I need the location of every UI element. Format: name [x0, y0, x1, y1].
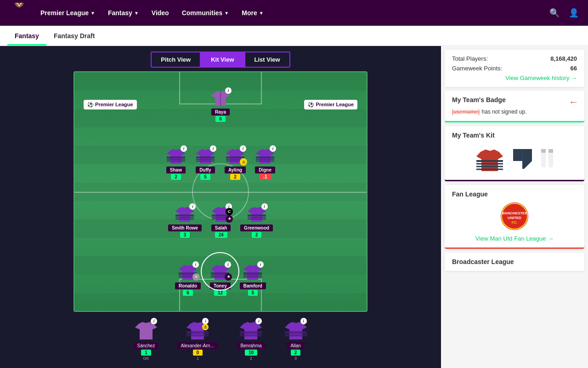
tab-fantasy[interactable]: Fantasy	[7, 28, 46, 46]
player-bamford[interactable]: i Bamford 5	[240, 261, 266, 296]
toney-info[interactable]: i	[225, 261, 231, 268]
duffy-shirt: i	[195, 145, 215, 166]
nav-video[interactable]: Video	[146, 6, 175, 20]
smith-rowe-name: Smith Rowe	[168, 224, 202, 231]
ayling-warning: ⚠	[240, 158, 247, 166]
badge-normal-text: has not signed up.	[481, 109, 526, 115]
kit-card-title: My Team's Kit	[452, 132, 577, 139]
svg-text:F.C.: F.C.	[511, 221, 517, 224]
kit-card: My Team's Kit	[445, 126, 584, 181]
benrahma-name: Benrahma	[237, 342, 265, 349]
digne-score: -1	[260, 174, 271, 180]
nav-pl-arrow: ▼	[90, 11, 95, 16]
salah-score: 24	[215, 232, 227, 238]
ronaldo-vice-badge: V	[192, 273, 200, 281]
raya-name: Raya	[211, 109, 230, 115]
nav-fantasy-arrow: ▼	[134, 11, 139, 16]
pitch-view-btn[interactable]: Pitch View	[151, 52, 201, 68]
greenwood-info[interactable]: i	[261, 203, 268, 210]
sanchez-shirt: i	[134, 317, 158, 341]
sanchez-info[interactable]: i	[151, 318, 157, 324]
bamford-info[interactable]: i	[257, 261, 264, 268]
svg-text:🦁: 🦁	[13, 3, 25, 9]
player-shaw[interactable]: i Shaw 2	[166, 145, 186, 180]
nav-fantasy[interactable]: Fantasy ▼	[102, 6, 144, 20]
bamford-score: 5	[248, 290, 258, 296]
svg-rect-3	[541, 149, 546, 153]
player-smith-rowe[interactable]: i Smith Rowe 3	[168, 203, 202, 238]
search-icon[interactable]: 🔍	[548, 6, 561, 20]
stats-card: Total Players: 8,168,420 Gameweek Points…	[445, 50, 584, 87]
duffy-name: Duffy	[196, 167, 215, 173]
nav-premier-league[interactable]: Premier League ▼	[35, 6, 101, 20]
player-salah[interactable]: i C ★ Salah 24	[211, 203, 231, 238]
nav-right: 🔍 👤	[548, 6, 581, 20]
player-duffy[interactable]: i Duffy 5	[195, 145, 215, 180]
gw-points-row: Gameweek Points: 66	[452, 65, 577, 72]
football-pitch: ⚽ Premier League ⚽ Premier League i	[74, 71, 368, 312]
duffy-info[interactable]: i	[210, 145, 216, 152]
shaw-score: 2	[171, 174, 181, 180]
badge-annotation-area: ←	[569, 96, 579, 108]
player-toney[interactable]: i ★ Toney 12	[210, 261, 231, 296]
bench-sanchez[interactable]: i Sánchez 1 GK	[133, 317, 158, 361]
main-layout: Pitch View Kit View List View ⚽ Premier …	[0, 46, 588, 368]
player-rows: i Raya 6	[74, 72, 367, 311]
view-toggle: Pitch View Kit View List View	[151, 52, 290, 68]
salah-captain-badge: C	[226, 208, 233, 215]
nav-more-arrow: ▼	[259, 11, 264, 16]
broadcaster-card: Broadcaster League	[445, 253, 584, 271]
mid-row: i Smith Rowe 3	[74, 192, 367, 250]
user-icon[interactable]: 👤	[567, 6, 581, 20]
greenwood-name: Greenwood	[240, 224, 273, 231]
toney-shirt: i ★	[210, 261, 230, 282]
nav-items: Premier League ▼ Fantasy ▼ Video Communi…	[35, 6, 544, 20]
ronaldo-score: 6	[183, 290, 193, 296]
nav-communities[interactable]: Communities ▼	[176, 6, 235, 20]
total-players-row: Total Players: 8,168,420	[452, 55, 577, 62]
gk-row: i Raya 6	[74, 76, 367, 134]
kit-view-btn[interactable]: Kit View	[201, 52, 244, 68]
nav-more[interactable]: More ▼	[236, 6, 269, 20]
view-history-link[interactable]: View Gameweek history →	[452, 75, 577, 81]
allan-info[interactable]: i	[300, 318, 307, 324]
right-sidebar: Total Players: 8,168,420 Gameweek Points…	[441, 46, 588, 368]
shaw-info[interactable]: i	[181, 145, 187, 152]
alexander-score: 0	[193, 350, 203, 356]
man-utd-logo-container: MANCHESTER UNITED F.C.	[452, 201, 577, 231]
player-ronaldo[interactable]: i V Ronaldo 6	[175, 261, 201, 296]
player-ayling[interactable]: i ⚠ Ayling 2	[225, 145, 246, 180]
digne-shirt: i	[255, 145, 275, 166]
pitch-container: Pitch View Kit View List View ⚽ Premier …	[0, 46, 441, 368]
fan-league-title: Fan League	[452, 190, 577, 198]
toney-name: Toney	[210, 282, 231, 289]
nav-comm-arrow: ▼	[224, 11, 229, 16]
smith-rowe-shirt: i	[175, 203, 195, 224]
total-players-label: Total Players:	[452, 55, 488, 62]
toney-score: 12	[214, 290, 226, 296]
badge-strikethrough: [username]	[452, 109, 480, 115]
player-raya[interactable]: i Raya 6	[210, 87, 231, 122]
svg-rect-5	[548, 149, 553, 153]
benrahma-shirt: i	[239, 317, 263, 341]
badge-content: [username] has not signed up.	[452, 107, 577, 115]
bench-allan[interactable]: i Allan 2 3	[284, 317, 308, 361]
ronaldo-info[interactable]: i	[192, 261, 199, 268]
sanchez-score: 1	[141, 350, 151, 356]
bench-benrahma[interactable]: i Benrahma 10 2	[237, 317, 265, 361]
sanchez-pos: GK	[143, 356, 149, 361]
tab-fantasy-draft[interactable]: Fantasy Draft	[46, 28, 102, 46]
alexander-pos: 1	[197, 356, 199, 361]
bench-alexander[interactable]: i ⚠ Alexander-Arno... 0 1	[177, 317, 218, 361]
shaw-shirt: i	[166, 145, 186, 166]
player-greenwood[interactable]: i Greenwood 2	[240, 203, 273, 238]
player-digne[interactable]: i Digne -1	[255, 145, 275, 180]
top-nav: 🦁 Premier League ▼ Fantasy ▼ Video Commu…	[0, 0, 588, 26]
list-view-btn[interactable]: List View	[244, 52, 290, 68]
fan-league-link[interactable]: View Man Utd Fan League →	[452, 235, 577, 242]
fan-league-card: Fan League MANCHESTER UNITED F.C. View M…	[445, 185, 584, 249]
alexander-name: Alexander-Arno...	[177, 342, 218, 349]
fwd-row: i V Ronaldo 6	[74, 249, 367, 307]
badge-arrow-icon: ←	[569, 96, 579, 108]
alexander-shirt: i ⚠	[186, 317, 209, 341]
